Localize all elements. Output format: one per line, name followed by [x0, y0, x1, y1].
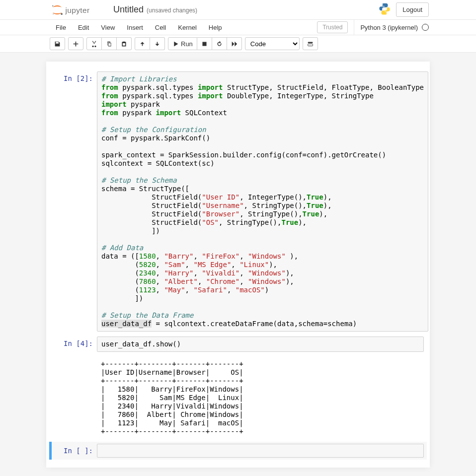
cell-input[interactable]: user_data_df.show() [97, 337, 424, 352]
menubar: FileEditViewInsertCellKernelHelp Trusted… [0, 20, 476, 35]
trusted-indicator[interactable]: Trusted [317, 21, 348, 33]
stream-output: +-------+--------+-------+-------+ |User… [97, 357, 424, 439]
logout-button[interactable]: Logout [396, 2, 429, 17]
menu-file[interactable]: File [50, 21, 72, 34]
cell-input[interactable]: # Import Libraries from pyspark.sql.type… [97, 71, 428, 332]
move-down-button[interactable] [150, 37, 165, 50]
run-button[interactable]: Run [168, 37, 197, 50]
svg-point-1 [61, 13, 63, 15]
restart-run-all-button[interactable] [227, 37, 242, 50]
svg-rect-4 [308, 42, 313, 43]
svg-rect-3 [202, 42, 206, 46]
svg-point-2 [53, 13, 54, 14]
toolbar: Run Code [0, 35, 476, 53]
svg-point-0 [52, 5, 54, 6]
kernel-indicator[interactable]: Python 3 (ipykernel) [354, 20, 429, 35]
jupyter-logo[interactable]: jupyter [50, 3, 104, 16]
code-cell[interactable]: In [4]:user_data_df.show() [49, 335, 427, 354]
header: jupyter Untitled (unsaved changes) Logou… [0, 0, 476, 20]
save-status: (unsaved changes) [147, 7, 197, 14]
code-cell[interactable]: In [ ]: [49, 442, 427, 460]
menu-insert[interactable]: Insert [121, 21, 149, 34]
interrupt-button[interactable] [197, 37, 212, 50]
notebook-container: In [2]:# Import Libraries from pyspark.s… [46, 62, 430, 468]
svg-rect-5 [308, 44, 313, 46]
python-logo-icon [378, 2, 391, 17]
cell-type-select[interactable]: Code [245, 37, 300, 50]
cell-input[interactable] [97, 444, 424, 458]
input-prompt: In [4]: [52, 337, 97, 352]
kernel-name: Python 3 (ipykernel) [360, 24, 418, 31]
move-up-button[interactable] [135, 37, 150, 50]
command-palette-button[interactable] [303, 37, 318, 50]
output-prompt [52, 357, 97, 439]
input-prompt: In [2]: [52, 71, 97, 332]
paste-button[interactable] [117, 37, 132, 50]
menu-view[interactable]: View [95, 21, 121, 34]
add-cell-button[interactable] [68, 37, 83, 50]
kernel-status-icon [422, 24, 429, 31]
output-row: +-------+--------+-------+-------+ |User… [49, 355, 427, 441]
cut-button[interactable] [86, 37, 102, 50]
brand-text: jupyter [65, 5, 89, 14]
input-prompt: In [ ]: [52, 444, 97, 458]
run-label: Run [181, 40, 193, 48]
menu-cell[interactable]: Cell [149, 21, 172, 34]
copy-button[interactable] [102, 37, 117, 50]
save-button[interactable] [50, 37, 65, 50]
menu-edit[interactable]: Edit [72, 21, 95, 34]
code-cell[interactable]: In [2]:# Import Libraries from pyspark.s… [49, 69, 427, 334]
notebook-scroll[interactable]: In [2]:# Import Libraries from pyspark.s… [0, 53, 476, 476]
notebook-name[interactable]: Untitled [113, 4, 144, 15]
menu-kernel[interactable]: Kernel [172, 21, 203, 34]
restart-button[interactable] [212, 37, 227, 50]
menu-help[interactable]: Help [203, 21, 228, 34]
